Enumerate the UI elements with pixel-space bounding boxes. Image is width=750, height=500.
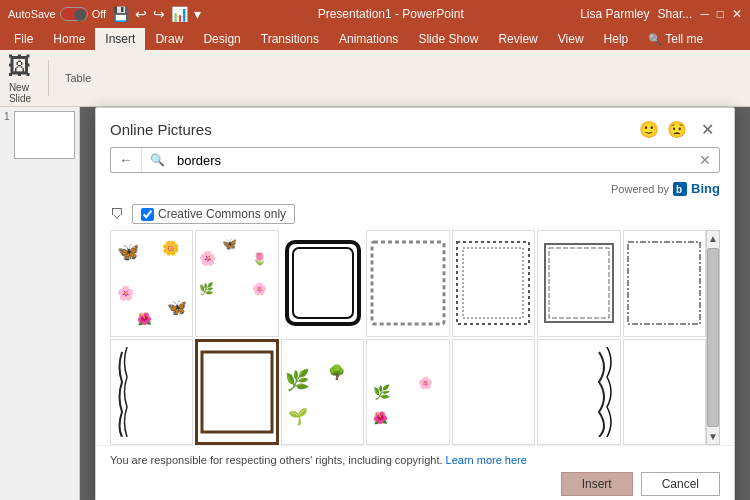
image-grid-area: 🦋 🌸 🌼 🦋 🌺 🌸 🌿 🌷 (96, 230, 734, 445)
quick-access-toolbar: 💾 ↩ ↪ 📊 ▾ (112, 6, 201, 22)
slide-panel: 1 (0, 107, 80, 500)
svg-text:🌺: 🌺 (373, 410, 388, 425)
title-bar-right: Lisa Parmley Shar... ─ □ ✕ (580, 7, 742, 21)
slide-number: 1 (4, 111, 10, 122)
save-icon[interactable]: 💾 (112, 6, 129, 22)
svg-rect-16 (463, 248, 523, 318)
clear-search-button[interactable]: ✕ (691, 148, 719, 172)
dialog-footer: You are responsible for respecting other… (96, 445, 734, 500)
tab-tellme[interactable]: 🔍 Tell me (638, 28, 713, 50)
image-cell-7[interactable] (623, 230, 706, 337)
svg-text:🌿: 🌿 (285, 368, 310, 392)
image-cell-2[interactable]: 🌸 🌿 🌷 🌸 🦋 (195, 230, 278, 337)
smiley-icon[interactable]: 🙂 (639, 120, 659, 139)
window-title: Presentation1 - PowerPoint (318, 7, 464, 21)
search-input[interactable] (173, 149, 691, 172)
title-bar: AutoSave Off 💾 ↩ ↪ 📊 ▾ Presentation1 - P… (0, 0, 750, 28)
scroll-thumb[interactable] (707, 248, 719, 427)
ribbon-tabs: File Home Insert Draw Design Transitions… (0, 28, 750, 50)
table-group: Table (65, 72, 91, 84)
tab-animations[interactable]: Animations (329, 28, 408, 50)
maximize-icon[interactable]: □ (717, 7, 724, 21)
powered-by-text: Powered by (611, 183, 669, 195)
svg-text:🦋: 🦋 (167, 298, 187, 317)
copyright-main: You are responsible for respecting other… (110, 454, 443, 466)
image-cell-12[interactable] (452, 339, 535, 446)
back-button[interactable]: ← (111, 148, 142, 172)
undo-icon[interactable]: ↩ (135, 6, 147, 22)
autosave-toggle[interactable] (60, 7, 88, 21)
share-button[interactable]: Shar... (658, 7, 693, 21)
svg-text:🌱: 🌱 (288, 407, 308, 426)
insert-button[interactable]: Insert (561, 472, 633, 496)
tab-design[interactable]: Design (193, 28, 250, 50)
dialog-overlay: Online Pictures 🙂 😟 ✕ ← 🔍 ✕ Powe (80, 107, 750, 500)
image-cell-14[interactable] (623, 339, 706, 446)
image-cell-5[interactable] (452, 230, 535, 337)
vertical-scrollbar[interactable]: ▲ ▼ (706, 230, 720, 445)
tab-insert[interactable]: Insert (95, 28, 145, 50)
svg-text:🌿: 🌿 (199, 281, 214, 296)
scroll-up-arrow[interactable]: ▲ (706, 231, 720, 246)
image-cell-11[interactable]: 🌿 🌺 🌸 (366, 339, 449, 446)
svg-rect-14 (372, 242, 444, 324)
tab-home[interactable]: Home (43, 28, 95, 50)
sad-icon[interactable]: 😟 (667, 120, 687, 139)
ribbon: File Home Insert Draw Design Transitions… (0, 28, 750, 107)
new-slide-icon: 🖼 (8, 52, 32, 80)
image-cell-13[interactable] (537, 339, 620, 446)
bing-logo-text: Bing (691, 181, 720, 196)
tab-help[interactable]: Help (594, 28, 639, 50)
image-cell-3[interactable] (281, 230, 364, 337)
autosave-state: Off (92, 8, 106, 20)
autosave-label: AutoSave (8, 8, 56, 20)
image-cell-8[interactable] (110, 339, 193, 446)
svg-text:🦋: 🦋 (117, 241, 140, 263)
svg-text:🌺: 🌺 (137, 311, 152, 326)
app-body: 1 Online Pictures 🙂 😟 ✕ ← 🔍 (0, 107, 750, 500)
redo-icon[interactable]: ↪ (153, 6, 165, 22)
slide-thumbnail[interactable] (14, 111, 75, 159)
svg-text:b: b (676, 184, 682, 195)
svg-rect-17 (545, 244, 613, 322)
image-cell-9[interactable] (195, 339, 278, 446)
svg-rect-19 (628, 242, 700, 324)
learn-more-link[interactable]: Learn more here (446, 454, 527, 466)
cancel-button[interactable]: Cancel (641, 472, 720, 496)
dialog-header-icons: 🙂 😟 ✕ (639, 118, 720, 141)
tab-review[interactable]: Review (488, 28, 547, 50)
image-cell-4[interactable] (366, 230, 449, 337)
tab-view[interactable]: View (548, 28, 594, 50)
new-slide-label: NewSlide (9, 82, 31, 104)
svg-text:🦋: 🦋 (222, 238, 237, 251)
minimize-icon[interactable]: ─ (700, 7, 709, 21)
cc-label: Creative Commons only (158, 207, 286, 221)
more-icon[interactable]: 📊 (171, 6, 188, 22)
tab-transitions[interactable]: Transitions (251, 28, 329, 50)
bing-b-icon: b (673, 182, 687, 196)
close-dialog-button[interactable]: ✕ (695, 118, 720, 141)
copyright-text: You are responsible for respecting other… (110, 454, 720, 466)
image-cell-10[interactable]: 🌿 🌱 🌳 (281, 339, 364, 446)
autosave-area: AutoSave Off (8, 7, 106, 21)
svg-text:🌸: 🌸 (117, 285, 135, 302)
filter-icon[interactable]: ⛉ (110, 206, 124, 222)
svg-rect-12 (287, 242, 359, 324)
footer-buttons: Insert Cancel (110, 472, 720, 496)
tab-slideshow[interactable]: Slide Show (408, 28, 488, 50)
online-pictures-dialog: Online Pictures 🙂 😟 ✕ ← 🔍 ✕ Powe (95, 107, 735, 500)
image-cell-1[interactable]: 🦋 🌸 🌼 🦋 🌺 (110, 230, 193, 337)
svg-text:🌿: 🌿 (373, 384, 391, 401)
search-bar: ← 🔍 ✕ (110, 147, 720, 173)
svg-rect-20 (202, 352, 272, 432)
svg-rect-18 (549, 248, 609, 318)
close-window-icon[interactable]: ✕ (732, 7, 742, 21)
scroll-down-arrow[interactable]: ▼ (706, 429, 720, 444)
cc-checkbox-input[interactable] (141, 208, 154, 221)
tab-file[interactable]: File (4, 28, 43, 50)
image-cell-6[interactable] (537, 230, 620, 337)
table-label: Table (65, 72, 91, 84)
customize-icon[interactable]: ▾ (194, 6, 201, 22)
creative-commons-filter[interactable]: Creative Commons only (132, 204, 295, 224)
tab-draw[interactable]: Draw (145, 28, 193, 50)
